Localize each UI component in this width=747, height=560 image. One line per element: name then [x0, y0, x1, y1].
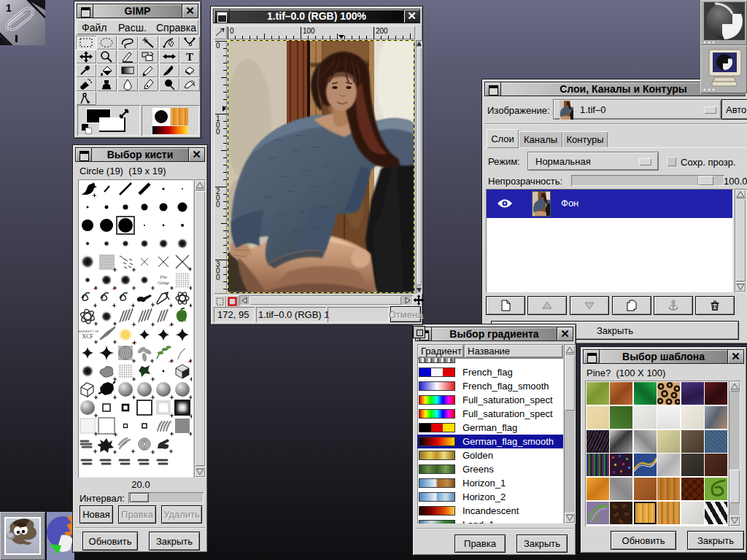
svg-text:The: The: [160, 274, 168, 280]
svg-text:100: 100: [303, 27, 315, 35]
svg-text:0: 0: [216, 201, 220, 209]
svg-text:0: 0: [216, 273, 220, 281]
svg-text:0: 0: [216, 128, 220, 136]
svg-text:0: 0: [230, 27, 234, 35]
svg-text:0: 0: [216, 42, 220, 50]
svg-text:200: 200: [376, 27, 388, 35]
svg-text:1: 1: [6, 2, 12, 14]
svg-text:Gimp: Gimp: [158, 280, 169, 286]
svg-text:XCF: XCF: [82, 333, 93, 340]
svg-text:T: T: [186, 51, 193, 63]
